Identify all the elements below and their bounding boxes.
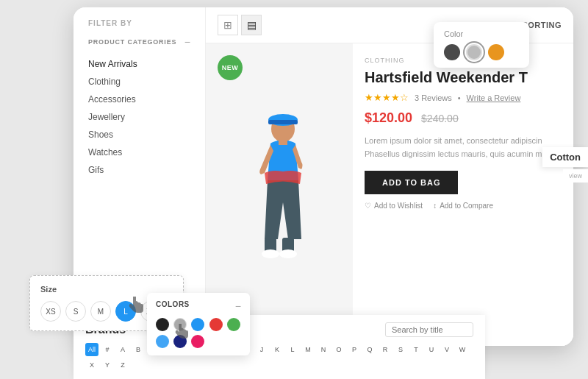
svg-point-6: [279, 249, 297, 258]
alpha-r[interactable]: R: [379, 343, 392, 356]
collapse-icon[interactable]: −: [184, 36, 190, 48]
rating-row: ★★★★☆ 3 Reviews • Write a Review: [365, 92, 562, 103]
svg-rect-7: [279, 139, 287, 145]
alpha-j[interactable]: J: [255, 343, 268, 356]
colors-collapse-icon[interactable]: −: [235, 300, 241, 312]
alpha-n[interactable]: N: [317, 343, 330, 356]
alpha-z[interactable]: Z: [116, 358, 129, 372]
stars: ★★★★☆: [365, 92, 409, 103]
alpha-k[interactable]: K: [270, 343, 284, 356]
product-name: Hartsfield Weekender T: [365, 68, 562, 86]
write-review-link[interactable]: Write a Review: [467, 93, 521, 102]
filter-dot-red[interactable]: [209, 318, 223, 331]
category-gifs[interactable]: Gifs: [74, 161, 205, 179]
action-links: ♡ Add to Wishlist ↕ Add to Compare: [365, 202, 562, 210]
product-cat-label: PRODUCT CATEGORIES: [88, 38, 176, 46]
color-popup: Color: [434, 22, 529, 68]
colors-grid: [156, 318, 241, 348]
review-separator: •: [458, 93, 461, 102]
color-dot-light-gray[interactable]: [466, 44, 482, 60]
list-view-button[interactable]: ▤: [241, 15, 262, 35]
heart-icon: ♡: [365, 202, 371, 210]
alpha-q[interactable]: Q: [363, 343, 376, 356]
product-area: NEW: [206, 43, 573, 346]
size-s[interactable]: S: [65, 301, 86, 322]
alpha-w[interactable]: W: [456, 343, 469, 356]
alpha-hash[interactable]: #: [101, 343, 114, 356]
size-xs[interactable]: XS: [40, 301, 61, 322]
category-watches[interactable]: Watches: [74, 144, 205, 161]
product-details: CLOTHING Hartsfield Weekender T ★★★★☆ 3 …: [353, 43, 573, 346]
filter-dot-blue[interactable]: [191, 318, 204, 331]
colors-popup-label: COLORS: [156, 300, 190, 312]
filter-dot-lightblue[interactable]: [156, 335, 169, 348]
category-clothing[interactable]: Clothing: [74, 73, 205, 91]
alpha-a[interactable]: A: [116, 343, 129, 356]
color-dot-dark-gray[interactable]: [444, 44, 460, 60]
alpha-s[interactable]: S: [394, 343, 407, 356]
alpha-u[interactable]: U: [425, 343, 438, 356]
new-badge: NEW: [218, 55, 243, 80]
alpha-row: All # A B C D E F G H I J K L M N O P Q …: [85, 343, 473, 372]
review-count: 3 Reviews: [415, 93, 452, 102]
wishlist-link[interactable]: ♡ Add to Wishlist: [365, 202, 423, 210]
alpha-x[interactable]: X: [85, 358, 98, 372]
category-accessories[interactable]: Accessories: [74, 91, 205, 108]
alpha-all[interactable]: All: [85, 343, 98, 356]
alpha-p[interactable]: P: [348, 343, 361, 356]
add-to-bag-button[interactable]: ADD TO BAG: [365, 171, 458, 194]
svg-point-5: [262, 249, 279, 258]
colors-popup-header: COLORS −: [156, 300, 241, 312]
product-image: [228, 107, 331, 283]
view-buttons: ⊞ ▤: [218, 15, 262, 35]
cursor-hand: [129, 297, 143, 316]
far-right-review: view: [563, 169, 588, 183]
filter-dot-black[interactable]: [156, 318, 169, 331]
filter-by-label: FILTER BY: [74, 19, 205, 36]
filter-dot-pink[interactable]: [191, 335, 204, 348]
product-cat-header: PRODUCT CATEGORIES −: [74, 36, 205, 55]
alpha-m[interactable]: M: [301, 343, 315, 356]
alpha-b[interactable]: B: [132, 343, 145, 356]
price-new: $120.00: [365, 110, 412, 126]
filter-dot-green[interactable]: [227, 318, 240, 331]
svg-rect-2: [268, 120, 298, 124]
color-dot-amber[interactable]: [488, 44, 504, 60]
compare-icon: ↕: [433, 202, 437, 210]
colors-filter-popup: COLORS −: [147, 293, 250, 355]
color-dots-row: [444, 44, 519, 60]
grid-view-button[interactable]: ⊞: [218, 15, 238, 35]
alpha-l[interactable]: L: [286, 343, 299, 356]
price-row: $120.00 $240.00: [365, 110, 562, 126]
price-old: $240.00: [421, 113, 459, 124]
category-new-arrivals[interactable]: New Arrivals: [74, 55, 205, 73]
far-right-cotton: Cotton: [542, 147, 588, 167]
alpha-o[interactable]: O: [332, 343, 345, 356]
cursor-hand-2: [175, 324, 188, 341]
category-jewellery[interactable]: Jewellery: [74, 108, 205, 126]
size-m[interactable]: M: [90, 301, 111, 322]
alpha-y[interactable]: Y: [101, 358, 114, 372]
compare-link[interactable]: ↕ Add to Compare: [433, 202, 493, 210]
alpha-v[interactable]: V: [440, 343, 453, 356]
product-description: Lorem ipsum dolor sit amet, consectetur …: [365, 135, 562, 160]
color-popup-label: Color: [444, 29, 519, 38]
alpha-t[interactable]: T: [409, 343, 423, 356]
category-shoes[interactable]: Shoes: [74, 126, 205, 144]
brands-search-input[interactable]: [385, 322, 473, 337]
